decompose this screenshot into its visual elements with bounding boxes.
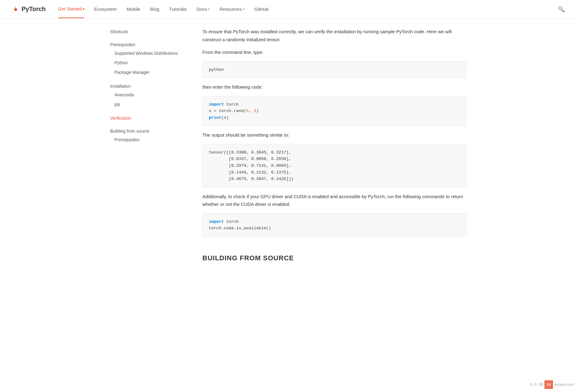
main-content: To ensure that PyTorch was installed cor…	[190, 18, 467, 288]
sidebar-item-building-from-source[interactable]: Building from source	[110, 127, 184, 135]
svg-point-0	[14, 9, 15, 10]
keyword-import1: import	[209, 102, 224, 107]
pytorch-flame-icon	[12, 6, 19, 13]
python-command-block: python	[202, 61, 467, 78]
cuda-code-block: import torch torch.cuda.is_available()	[202, 213, 467, 237]
enter-code-label: then enter the following code:	[202, 83, 467, 91]
code-print-kw: print	[209, 115, 221, 120]
resources-chevron-icon: ▾	[243, 7, 245, 11]
sidebar-item-installation[interactable]: Installation	[110, 82, 184, 90]
active-indicator	[83, 8, 84, 10]
sidebar-item-prerequisites[interactable]: Prerequisites	[110, 41, 184, 49]
navbar-logo[interactable]: PyTorch	[12, 6, 46, 13]
sidebar-item-verification[interactable]: Verification	[110, 114, 184, 122]
nav-get-started[interactable]: Get Started	[58, 0, 85, 18]
tensor-output: tensor([[0.3380, 0.3845, 0.3217], [0.833…	[209, 150, 293, 181]
code-print-content: (x)	[221, 115, 229, 120]
page-layout: Shortcuts Prerequisites Supported Window…	[104, 18, 473, 288]
nav-github[interactable]: GitHub	[254, 0, 269, 18]
keyword-import2: import	[209, 219, 224, 224]
nav-blog[interactable]: Blog	[150, 0, 159, 18]
sidebar-installation-section: Installation Anaconda pip	[110, 82, 184, 109]
logo-text: PyTorch	[22, 6, 46, 13]
sidebar-verification-section: Verification	[110, 114, 184, 122]
sidebar-item-python[interactable]: Python	[110, 58, 184, 68]
code-paren-close: )	[256, 109, 259, 113]
navbar: PyTorch Get Started Ecosystem Mobile Blo…	[0, 0, 577, 18]
code-num5: 5	[246, 109, 249, 113]
nav-tutorials[interactable]: Tutorials	[169, 0, 187, 18]
navbar-right: 🔍	[558, 6, 565, 13]
sidebar-item-anaconda[interactable]: Anaconda	[110, 90, 184, 100]
docs-chevron-icon: ▾	[208, 7, 210, 11]
nav-docs[interactable]: Docs ▾	[197, 0, 210, 18]
sidebar-item-build-prerequisites[interactable]: Prerequisites	[110, 135, 184, 145]
output-label: The output should be something similar t…	[202, 131, 467, 139]
building-from-source-heading: BUILDING FROM SOURCE	[202, 252, 467, 264]
output-code-block: tensor([[0.3380, 0.3845, 0.3217], [0.833…	[202, 144, 467, 188]
commandline-label: From the command line, type:	[202, 48, 467, 56]
gpu-paragraph: Additionally, to check if your GPU drive…	[202, 193, 467, 208]
intro-paragraph: To ensure that PyTorch was installed cor…	[202, 28, 467, 43]
nav-resources[interactable]: Resources ▾	[220, 0, 245, 18]
code-num3: 3	[254, 109, 256, 113]
search-button[interactable]: 🔍	[558, 6, 565, 13]
sidebar-item-windows-dist[interactable]: Supported Windows Distributions	[110, 49, 184, 58]
nav-mobile[interactable]: Mobile	[127, 0, 140, 18]
sidebar-prerequisites-section: Prerequisites Supported Windows Distribu…	[110, 41, 184, 77]
navbar-nav: Get Started Ecosystem Mobile Blog Tutori…	[58, 0, 558, 18]
sidebar: Shortcuts Prerequisites Supported Window…	[110, 18, 190, 288]
sidebar-building-section: Building from source Prerequisites	[110, 127, 184, 145]
code-comma: ,	[249, 109, 254, 113]
sidebar-item-pip[interactable]: pip	[110, 100, 184, 109]
sidebar-item-shortcuts[interactable]: Shortcuts	[110, 28, 184, 36]
sidebar-item-package-manager[interactable]: Package Manager	[110, 68, 184, 77]
import-code-block: import torch x = torch.rand(5, 3) print(…	[202, 96, 467, 126]
nav-ecosystem[interactable]: Ecosystem	[94, 0, 117, 18]
